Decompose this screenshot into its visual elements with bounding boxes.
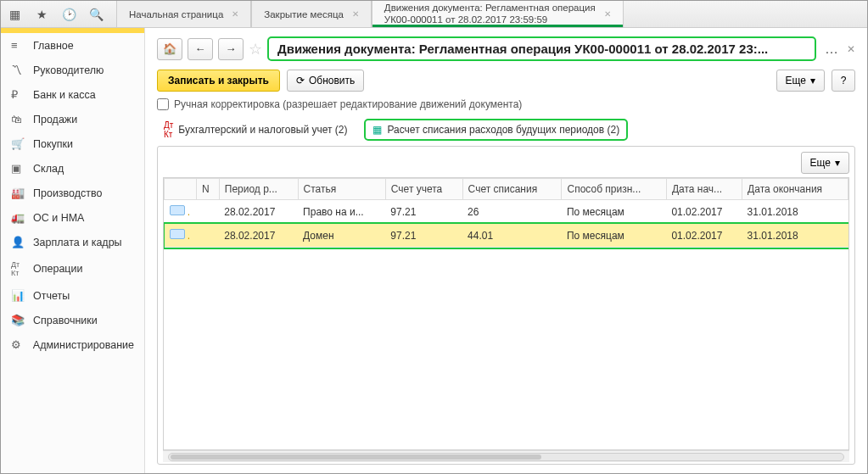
help-button[interactable]: ? (832, 70, 855, 92)
nav-label: Руководителю (33, 64, 104, 76)
home-button[interactable]: 🏠 (157, 38, 182, 60)
cell-n (197, 224, 220, 248)
close-icon[interactable]: ✕ (232, 9, 238, 19)
chart-icon: 〽 (11, 64, 26, 76)
nav-bank[interactable]: ₽Банк и касса (1, 82, 144, 107)
row-icon (170, 205, 185, 215)
page-title: Движения документа: Регламентная операци… (267, 36, 816, 61)
save-close-button[interactable]: Записать и закрыть (157, 70, 280, 92)
nav-label: Продажи (33, 114, 77, 125)
refresh-label: Обновить (309, 75, 355, 86)
nav-warehouse[interactable]: ▣Склад (1, 156, 144, 181)
sidebar: ≡Главное 〽Руководителю ₽Банк и касса 🛍Пр… (1, 28, 145, 473)
nav-label: Покупки (33, 138, 73, 150)
back-button[interactable]: ← (188, 38, 213, 60)
cell-writeoff-account: 26 (462, 200, 562, 224)
ruble-icon: ₽ (11, 88, 26, 101)
tab-month-close[interactable]: Закрытие месяца ✕ (251, 1, 372, 27)
apps-icon[interactable]: ▦ (3, 4, 26, 25)
nav-label: ОС и НМА (33, 212, 84, 224)
cell-method: По месяцам (562, 200, 666, 224)
nav-operations[interactable]: ДтКтОперации (1, 254, 144, 283)
nav-label: Склад (33, 163, 64, 175)
nav-reports[interactable]: 📊Отчеты (1, 283, 144, 308)
tab-label: Закрытие месяца (264, 9, 344, 20)
col-icon[interactable] (165, 179, 197, 200)
top-toolbar: ▦ ★ 🕑 🔍 Начальная страница ✕ Закрытие ме… (1, 1, 867, 28)
col-article[interactable]: Статья (298, 179, 385, 200)
gear-icon: ⚙ (11, 338, 26, 351)
cell-period: 28.02.2017 (219, 200, 298, 224)
nav-label: Администрирование (33, 339, 134, 351)
nav-production[interactable]: 🏭Производство (1, 181, 144, 205)
tab-label: Начальная страница (129, 9, 223, 20)
book-icon: 📚 (11, 314, 26, 326)
title-overflow: … (821, 42, 842, 57)
col-method[interactable]: Способ призн... (562, 179, 666, 200)
more-button[interactable]: Еще▾ (776, 70, 825, 92)
nav-catalogs[interactable]: 📚Справочники (1, 308, 144, 332)
manual-edit-checkbox[interactable] (157, 98, 169, 110)
cell-n (197, 200, 220, 224)
manual-edit-label: Ручная корректировка (разрешает редактир… (174, 98, 522, 110)
cell-end: 31.01.2018 (742, 224, 848, 248)
calendar-icon: ▦ (372, 124, 382, 136)
subtab-accounting[interactable]: ДтКт Бухгалтерский и налоговый учет (2) (157, 117, 354, 142)
horizontal-scrollbar[interactable] (163, 450, 849, 462)
col-start[interactable]: Дата нач... (666, 179, 742, 200)
history-icon[interactable]: 🕑 (57, 4, 81, 25)
factory-icon: 🏭 (11, 187, 26, 199)
dtk-icon: ДтКт (11, 260, 26, 277)
close-icon[interactable]: ✕ (604, 9, 611, 19)
cell-account: 97.21 (385, 200, 462, 224)
cell-end: 31.01.2018 (742, 200, 848, 224)
nav-purchases[interactable]: 🛒Покупки (1, 131, 144, 156)
chevron-down-icon: ▾ (835, 157, 840, 169)
cell-period: 28.02.2017 (219, 224, 298, 248)
table-row[interactable]: .28.02.2017Право на и...97.2126По месяца… (165, 200, 848, 224)
more-label: Еще (810, 157, 831, 169)
nav-assets[interactable]: 🚛ОС и НМА (1, 205, 144, 230)
nav-label: Главное (33, 40, 74, 52)
nav-manager[interactable]: 〽Руководителю (1, 58, 144, 82)
forward-button[interactable]: → (218, 38, 244, 60)
col-n[interactable]: N (197, 179, 220, 200)
col-writeoff-account[interactable]: Счет списания (462, 179, 562, 200)
boxes-icon: ▣ (11, 162, 26, 175)
tab-label: Движения документа: Регламентная операци… (384, 3, 596, 26)
star-icon[interactable]: ★ (30, 4, 53, 25)
cell-method: По месяцам (562, 224, 666, 248)
favorite-icon[interactable]: ☆ (249, 40, 262, 59)
col-account[interactable]: Счет учета (385, 179, 462, 200)
table-wrap[interactable]: N Период р... Статья Счет учета Счет спи… (163, 177, 849, 450)
col-end[interactable]: Дата окончания (742, 179, 848, 200)
nav-main[interactable]: ≡Главное (1, 33, 144, 58)
table-header-row: N Период р... Статья Счет учета Счет спи… (165, 179, 848, 200)
scroll-thumb[interactable] (171, 454, 541, 460)
nav-admin[interactable]: ⚙Администрирование (1, 332, 144, 357)
cell-icon: . (165, 224, 197, 248)
nav-payroll[interactable]: 👤Зарплата и кадры (1, 230, 144, 254)
table-more-button[interactable]: Еще▾ (801, 152, 849, 174)
close-icon[interactable]: ✕ (352, 9, 359, 19)
cell-icon: . (165, 200, 197, 224)
close-page-icon[interactable]: ✕ (847, 43, 855, 55)
subtab-writeoff[interactable]: ▦ Расчет списания расходов будущих перио… (364, 119, 628, 141)
manual-edit-row: Ручная корректировка (разрешает редактир… (157, 98, 855, 110)
tab-home[interactable]: Начальная страница ✕ (116, 1, 251, 27)
nav-sales[interactable]: 🛍Продажи (1, 107, 144, 131)
nav-label: Отчеты (33, 290, 70, 302)
bag-icon: 🛍 (11, 113, 26, 125)
refresh-button[interactable]: ⟳Обновить (287, 70, 364, 92)
cell-account: 97.21 (385, 224, 462, 248)
menu-icon: ≡ (11, 39, 26, 52)
subtab-label: Бухгалтерский и налоговый учет (2) (178, 124, 347, 136)
tab-doc-movements[interactable]: Движения документа: Регламентная операци… (372, 1, 624, 27)
more-label: Еще (786, 75, 806, 86)
table-row[interactable]: .28.02.2017Домен97.2144.01По месяцам01.0… (165, 224, 848, 248)
col-period[interactable]: Период р... (219, 179, 298, 200)
table-panel: Еще▾ N Период р... Статья Счет учета Сче… (157, 146, 855, 465)
report-icon: 📊 (11, 289, 26, 302)
search-icon[interactable]: 🔍 (84, 4, 108, 25)
command-bar: Записать и закрыть ⟳Обновить Еще▾ ? (157, 70, 855, 92)
